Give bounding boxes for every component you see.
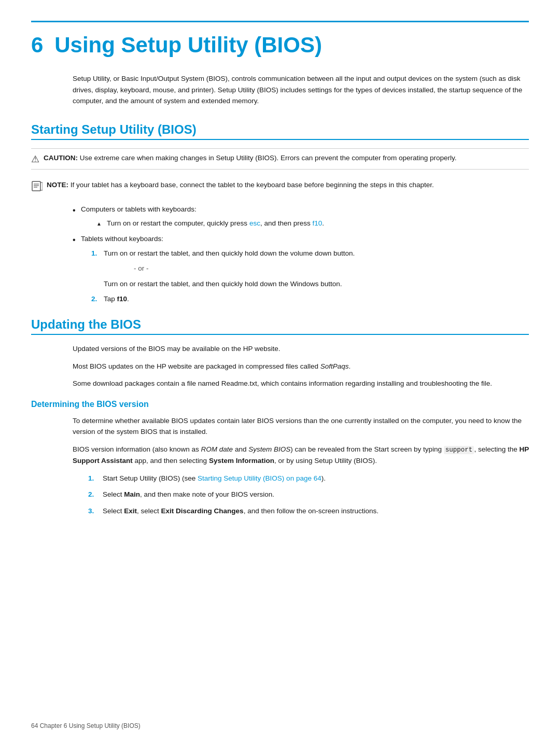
bios-version-para-1: To determine whether available BIOS upda… — [73, 415, 529, 438]
bullet-tablets-label: Tablets without keyboards: — [81, 235, 163, 243]
caution-body: Use extreme care when making changes in … — [80, 154, 457, 162]
note-box: NOTE: If your tablet has a keyboard base… — [31, 176, 529, 198]
caution-text: CAUTION: Use extreme care when making ch… — [44, 153, 457, 163]
bios-version-heading: Determining the BIOS version — [31, 400, 529, 409]
bullet-item-computers: Computers or tablets with keyboards: Tur… — [73, 204, 529, 229]
tablet-step-1-text: Turn on or restart the tablet, and then … — [104, 249, 355, 257]
intro-paragraph: Setup Utility, or Basic Input/Output Sys… — [73, 73, 529, 107]
bullet-item-tablets: Tablets without keyboards: Turn on or re… — [73, 233, 529, 305]
page-container: 6 Using Setup Utility (BIOS) Setup Utili… — [0, 0, 560, 570]
starting-bullet-list: Computers or tablets with keyboards: Tur… — [73, 204, 529, 305]
support-code: support — [444, 446, 474, 454]
tap-f10-bold: f10 — [117, 295, 128, 303]
starting-section-heading: Starting Setup Utility (BIOS) — [31, 122, 529, 140]
updating-para-3: Some download packages contain a file na… — [73, 378, 529, 389]
updating-section: Updating the BIOS Updated versions of th… — [31, 317, 529, 516]
bios-step-2: Select Main, and then make note of your … — [88, 489, 529, 500]
bios-version-para-2: BIOS version information (also known as … — [73, 444, 529, 467]
page-footer: 64 Chapter 6 Using Setup Utility (BIOS) — [31, 722, 141, 729]
starting-section: Starting Setup Utility (BIOS) ⚠ CAUTION:… — [31, 122, 529, 305]
note-label: NOTE: — [47, 181, 68, 189]
system-info-bold: System Information — [209, 457, 274, 465]
softpaqs-italic: SoftPaqs — [320, 362, 349, 370]
tablets-numbered-list: Turn on or restart the tablet, and then … — [91, 248, 529, 305]
or-continuation: Turn on or restart the tablet, and then … — [104, 278, 529, 290]
bios-step-3: Select Exit, select Exit Discarding Chan… — [88, 505, 529, 517]
note-svg-icon — [31, 181, 43, 191]
rom-date-italic: ROM date — [201, 445, 233, 453]
chapter-title: Using Setup Utility (BIOS) — [54, 33, 322, 57]
triangle-item-esc: Turn on or restart the computer, quickly… — [96, 218, 529, 229]
note-body: If your tablet has a keyboard base, conn… — [71, 181, 434, 189]
exit-bold: Exit — [124, 507, 137, 515]
chapter-number: 6 — [31, 33, 43, 57]
bios-step-1: Start Setup Utility (BIOS) (see Starting… — [88, 473, 529, 484]
note-icon — [31, 181, 43, 193]
note-text: NOTE: If your tablet has a keyboard base… — [47, 180, 434, 190]
caution-triangle-icon: ⚠ — [31, 153, 39, 165]
key-f10: f10 — [312, 219, 322, 227]
bullet-computers-label: Computers or tablets with keyboards: — [81, 205, 197, 213]
bios-steps-list: Start Setup Utility (BIOS) (see Starting… — [88, 473, 529, 517]
key-esc: esc — [249, 219, 260, 227]
svg-rect-0 — [32, 181, 40, 191]
caution-box: ⚠ CAUTION: Use extreme care when making … — [31, 148, 529, 170]
tablet-step-1: Turn on or restart the tablet, and then … — [91, 248, 529, 290]
chapter-header: 6 Using Setup Utility (BIOS) — [31, 21, 529, 58]
system-bios-italic: System BIOS — [248, 445, 290, 453]
bios-version-subsection: Determining the BIOS version To determin… — [31, 400, 529, 517]
or-separator: - or - — [134, 263, 529, 274]
tablet-step-2: Tap f10. — [91, 293, 529, 305]
bios-page-link[interactable]: Starting Setup Utility (BIOS) on page 64 — [198, 474, 321, 482]
footer-text: 64 Chapter 6 Using Setup Utility (BIOS) — [31, 722, 141, 729]
exit-discarding-bold: Exit Discarding Changes — [161, 507, 244, 515]
updating-para-1: Updated versions of the BIOS may be avai… — [73, 343, 529, 355]
caution-label: CAUTION: — [44, 154, 78, 162]
updating-para-2: Most BIOS updates on the HP website are … — [73, 361, 529, 372]
updating-section-heading: Updating the BIOS — [31, 317, 529, 335]
main-bold: Main — [124, 490, 140, 498]
triangle-list: Turn on or restart the computer, quickly… — [96, 218, 529, 229]
